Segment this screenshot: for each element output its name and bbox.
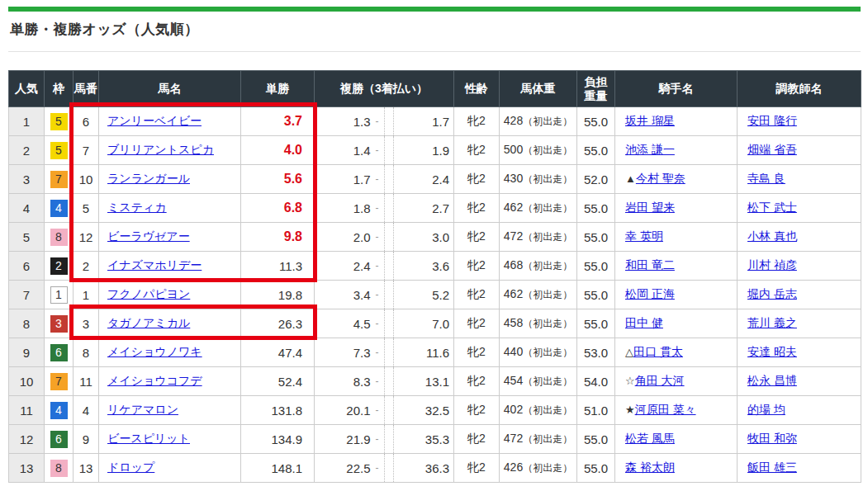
- horse-number-cell: 5: [74, 194, 99, 223]
- sex-age: 牝2: [467, 201, 486, 214]
- load-weight-cell: 55.0: [577, 223, 615, 252]
- trainer-link[interactable]: 松永 昌博: [747, 374, 797, 387]
- horse-name-link[interactable]: ランランガール: [107, 172, 190, 185]
- rank-cell: 3: [9, 165, 45, 194]
- jockey-link[interactable]: 森 裕太朗: [625, 460, 675, 474]
- horse-name-link[interactable]: ブリリアントスピカ: [107, 143, 214, 156]
- place-odds-cell: 8.3 - 13.1: [315, 367, 454, 396]
- trainer-link[interactable]: 小林 真也: [747, 229, 797, 243]
- frame-cell: 5: [45, 136, 74, 165]
- body-weight: 430: [504, 172, 523, 185]
- win-odds-cell: 26.3: [241, 309, 315, 338]
- accent-bar: [8, 7, 861, 12]
- horse-name-link[interactable]: ビースピリット: [107, 432, 190, 445]
- table-row: 8 3 3 タガノアミカル 26.3 4.5 - 7.0 牝2 458（初出走）…: [9, 309, 861, 338]
- body-weight: 402: [504, 403, 523, 416]
- jockey-link[interactable]: 松若 風馬: [625, 432, 675, 445]
- trainer-cell: 的場 均: [738, 396, 861, 425]
- jockey-link[interactable]: 池添 謙一: [625, 143, 675, 156]
- horse-name-link[interactable]: ミスティカ: [107, 201, 167, 214]
- body-weight: 458: [504, 316, 523, 329]
- trainer-link[interactable]: 堀内 岳志: [747, 287, 797, 300]
- jockey-link[interactable]: 今村 聖奈: [636, 172, 685, 185]
- horse-name-link[interactable]: メイショウコフデ: [107, 374, 202, 387]
- horse-number: 6: [83, 115, 89, 129]
- horse-name-link[interactable]: ビーラヴゼアー: [107, 229, 190, 243]
- place-odds-cell: 21.9 - 35.3: [315, 425, 454, 454]
- trainer-link[interactable]: 安達 昭夫: [747, 345, 797, 358]
- frame-badge: 8: [50, 229, 68, 246]
- horse-number-cell: 3: [74, 309, 99, 338]
- trainer-link[interactable]: 川村 禎彦: [747, 258, 797, 271]
- body-weight: 468: [504, 258, 523, 271]
- load-weight-cell: 54.0: [577, 367, 615, 396]
- horse-name-link[interactable]: メイショウノワキ: [107, 345, 202, 358]
- place-odds: 22.5 - 36.3: [315, 454, 453, 482]
- horse-name-link[interactable]: ドロップ: [107, 460, 154, 474]
- load-weight: 55.0: [584, 288, 608, 302]
- table-row: 2 5 7 ブリリアントスピカ 4.0 1.4 - 1.9 牝2 500（初出走…: [9, 136, 861, 165]
- jockey-link[interactable]: 田口 貫太: [633, 345, 683, 358]
- jockey-link[interactable]: 幸 英明: [625, 229, 663, 243]
- trainer-link[interactable]: 的場 均: [747, 403, 785, 416]
- trainer-cell: 小林 真也: [738, 223, 861, 252]
- horse-number-cell: 7: [74, 136, 99, 165]
- load-weight: 55.0: [584, 201, 608, 215]
- sex-age-cell: 牝2: [454, 425, 500, 454]
- body-weight-cell: 468（初出走）: [500, 252, 577, 281]
- trainer-link[interactable]: 飯田 雄三: [747, 460, 797, 474]
- place-odds-max: 3.0: [394, 230, 454, 244]
- body-weight-cell: 430（初出走）: [500, 165, 577, 194]
- jockey-cell: ▲今村 聖奈: [615, 165, 738, 194]
- place-odds: 4.5 - 7.0: [315, 309, 453, 338]
- jockey-link[interactable]: 岩田 望来: [625, 201, 675, 214]
- horse-name-cell: ランランガール: [99, 165, 241, 194]
- trainer-link[interactable]: 安田 隆行: [747, 114, 797, 127]
- place-odds-separator: -: [371, 231, 384, 243]
- frame-badge: 2: [50, 257, 68, 275]
- place-odds-cell: 1.3 - 1.7: [315, 107, 454, 136]
- sex-age: 牝2: [467, 316, 486, 329]
- horse-name-link[interactable]: アンリーベイビー: [107, 114, 202, 127]
- jockey-link[interactable]: 河原田 菜々: [635, 403, 696, 416]
- place-odds-cell: 1.7 - 2.4: [315, 165, 454, 194]
- jockey-link[interactable]: 角田 大河: [635, 374, 685, 387]
- frame-badge: 6: [50, 344, 68, 361]
- place-odds-max: 32.5: [394, 404, 454, 418]
- horse-name-link[interactable]: タガノアミカル: [107, 316, 190, 329]
- place-odds-min: 7.3: [315, 346, 371, 360]
- jockey-link[interactable]: 松岡 正海: [625, 287, 675, 300]
- place-odds: 20.1 - 32.5: [315, 396, 453, 424]
- load-weight-cell: 53.0: [577, 338, 615, 367]
- body-weight: 454: [504, 374, 523, 387]
- jockey-link[interactable]: 和田 竜二: [625, 258, 675, 271]
- rank-value: 2: [23, 144, 30, 158]
- rank-value: 3: [23, 172, 30, 186]
- body-weight-cell: 462（初出走）: [500, 281, 577, 309]
- win-odds-cell: 19.8: [241, 281, 315, 309]
- horse-name-link[interactable]: リケアマロン: [107, 403, 178, 416]
- place-odds-divider: [384, 281, 394, 309]
- trainer-link[interactable]: 寺島 良: [747, 172, 785, 185]
- frame-badge: 8: [50, 460, 68, 477]
- trainer-link[interactable]: 松下 武士: [747, 201, 797, 214]
- column-header-load: 負担 重量: [577, 71, 615, 107]
- trainer-link[interactable]: 畑端 省吾: [747, 143, 797, 156]
- trainer-link[interactable]: 牧田 和弥: [747, 432, 797, 445]
- horse-name-link[interactable]: イナズマホリデー: [107, 258, 202, 271]
- sex-age-cell: 牝2: [454, 107, 500, 136]
- horse-name-cell: ビースピリット: [99, 425, 241, 454]
- jockey-link[interactable]: 坂井 瑠星: [625, 114, 675, 127]
- horse-name-cell: ビーラヴゼアー: [99, 223, 241, 252]
- horse-name-link[interactable]: フクノパピヨン: [107, 287, 190, 300]
- sex-age-cell: 牝2: [454, 165, 500, 194]
- horse-number-cell: 6: [74, 107, 99, 136]
- jockey-link[interactable]: 田中 健: [625, 316, 663, 329]
- sex-age-cell: 牝2: [454, 223, 500, 252]
- body-weight-cell: 402（初出走）: [500, 396, 577, 425]
- load-weight-cell: 55.0: [577, 107, 615, 136]
- place-odds: 1.4 - 1.9: [315, 136, 453, 164]
- table-row: 13 8 13 ドロップ 148.1 22.5 - 36.3 牝2 426（初出…: [9, 454, 861, 483]
- odds-page: 単勝・複勝オッズ（人気順） 人気 枠 馬番 馬名 単勝 複勝（3着払い） 性齢 …: [0, 0, 868, 491]
- trainer-link[interactable]: 荒川 義之: [747, 316, 797, 329]
